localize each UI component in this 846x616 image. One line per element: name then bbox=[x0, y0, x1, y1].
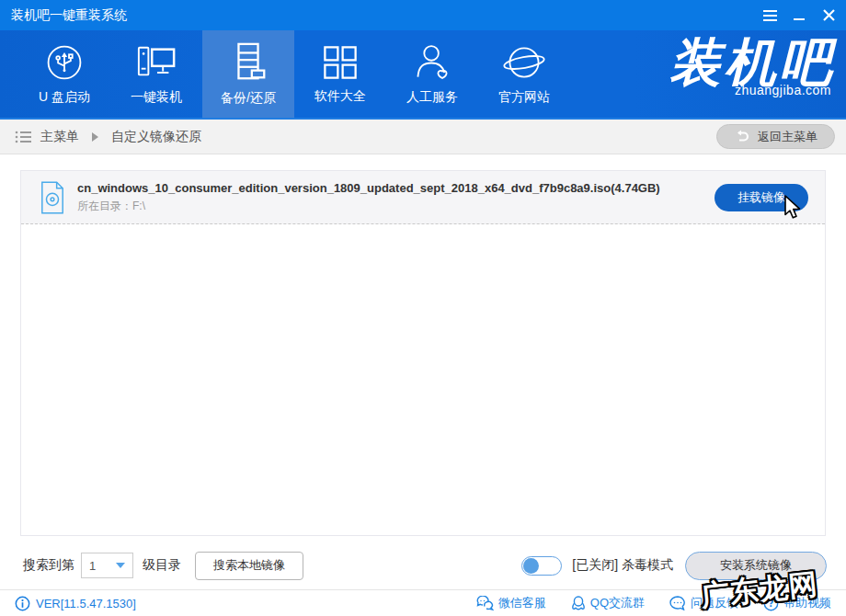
feedback-link[interactable]: 问题反馈 bbox=[669, 595, 738, 611]
footer-link-label: 帮助视频 bbox=[783, 595, 831, 611]
nav-item-label: 软件大全 bbox=[314, 88, 366, 105]
computer-icon bbox=[135, 42, 177, 83]
close-icon bbox=[823, 9, 835, 21]
apps-grid-icon bbox=[321, 43, 360, 82]
brand-logo: 装机吧 zhuangjiba.com bbox=[669, 36, 835, 97]
wechat-icon bbox=[476, 596, 494, 610]
mount-image-button[interactable]: 挂载镜像 bbox=[715, 184, 808, 211]
footer-link-label: 问题反馈 bbox=[691, 595, 738, 611]
qq-group-link[interactable]: QQ交流群 bbox=[571, 595, 645, 611]
breadcrumb: 主菜单 自定义镜像还原 返回主菜单 bbox=[0, 120, 846, 154]
back-to-main-menu-button[interactable]: 返回主菜单 bbox=[716, 124, 835, 149]
app-title: 装机吧一键重装系统 bbox=[11, 7, 127, 24]
iso-file-directory: 所在目录：F:\ bbox=[77, 199, 660, 214]
version-info: VER[11.5.47.1530] bbox=[15, 596, 136, 611]
search-depth-dropdown[interactable]: 1 bbox=[81, 553, 133, 578]
feedback-bubble-icon bbox=[669, 596, 686, 610]
nav-item-label: 一键装机 bbox=[131, 89, 182, 106]
search-local-images-button[interactable]: 搜索本地镜像 bbox=[195, 552, 303, 580]
window-controls bbox=[758, 4, 840, 28]
version-label: VER[11.5.47.1530] bbox=[36, 597, 136, 610]
install-system-image-button[interactable]: 安装系统镜像 bbox=[685, 552, 827, 580]
usb-icon bbox=[44, 42, 85, 83]
list-icon bbox=[15, 130, 31, 144]
globe-icon bbox=[502, 42, 546, 83]
back-button-label: 返回主菜单 bbox=[758, 129, 817, 145]
right-controls: [已关闭] 杀毒模式 安装系统镜像 bbox=[521, 552, 827, 580]
help-video-link[interactable]: ? 帮助视频 bbox=[763, 595, 831, 611]
search-depth-prefix-label: 搜索到第 bbox=[23, 557, 74, 574]
breadcrumb-arrow-icon bbox=[92, 132, 98, 142]
nav-item-website[interactable]: 官方网站 bbox=[478, 30, 570, 118]
wechat-support-link[interactable]: 微信客服 bbox=[476, 595, 546, 611]
hamburger-menu-icon bbox=[763, 10, 777, 21]
backup-restore-icon bbox=[227, 41, 269, 84]
iso-disc-file-icon bbox=[40, 181, 65, 214]
nav-item-usb-boot[interactable]: U 盘启动 bbox=[18, 30, 110, 118]
search-depth-suffix-label: 级目录 bbox=[143, 557, 181, 574]
image-list-panel: cn_windows_10_consumer_edition_version_1… bbox=[20, 170, 826, 536]
iso-file-row[interactable]: cn_windows_10_consumer_edition_version_1… bbox=[21, 171, 825, 224]
nav-item-backup-restore[interactable]: 备份/还原 bbox=[202, 30, 294, 118]
search-depth-value: 1 bbox=[89, 559, 96, 573]
iso-file-info: cn_windows_10_consumer_edition_version_1… bbox=[77, 181, 660, 214]
close-button[interactable] bbox=[817, 4, 840, 28]
antivirus-status-label: [已关闭] 杀毒模式 bbox=[572, 557, 673, 574]
breadcrumb-current: 自定义镜像还原 bbox=[111, 129, 201, 145]
bottom-controls: 搜索到第 1 级目录 搜索本地镜像 [已关闭] 杀毒模式 安装系统镜像 bbox=[0, 548, 846, 583]
title-bar: 装机吧一键重装系统 bbox=[0, 0, 846, 30]
footer-links: 微信客服 QQ交流群 问题反馈 ? 帮助视 bbox=[476, 595, 831, 611]
minimize-icon bbox=[794, 18, 805, 20]
iso-file-name: cn_windows_10_consumer_edition_version_1… bbox=[77, 181, 660, 195]
chevron-down-icon bbox=[116, 563, 125, 568]
breadcrumb-root[interactable]: 主菜单 bbox=[40, 129, 79, 145]
main-nav: U 盘启动 一键装机 备份/还原 bbox=[0, 30, 846, 120]
minimize-button[interactable] bbox=[787, 4, 811, 28]
nav-item-label: 官方网站 bbox=[498, 89, 550, 106]
help-video-icon: ? bbox=[763, 596, 779, 611]
antivirus-toggle[interactable] bbox=[521, 556, 562, 576]
support-person-icon bbox=[412, 42, 452, 83]
brand-logo-text: 装机吧 bbox=[669, 36, 835, 90]
toggle-knob bbox=[523, 558, 539, 574]
qq-icon bbox=[571, 596, 586, 611]
nav-item-label: 人工服务 bbox=[406, 89, 458, 106]
nav-item-label: U 盘启动 bbox=[39, 89, 90, 106]
nav-item-support[interactable]: 人工服务 bbox=[386, 30, 478, 118]
back-arrow-icon bbox=[734, 130, 749, 143]
footer-link-label: QQ交流群 bbox=[590, 595, 645, 611]
info-icon bbox=[15, 596, 30, 611]
svg-text:?: ? bbox=[768, 598, 773, 609]
nav-item-label: 备份/还原 bbox=[221, 90, 276, 107]
footer-bar: VER[11.5.47.1530] 微信客服 QQ交流群 bbox=[0, 589, 846, 616]
nav-item-one-key-install[interactable]: 一键装机 bbox=[110, 30, 202, 118]
nav-item-software[interactable]: 软件大全 bbox=[294, 30, 386, 118]
footer-link-label: 微信客服 bbox=[498, 595, 546, 611]
menu-button[interactable] bbox=[758, 4, 782, 28]
